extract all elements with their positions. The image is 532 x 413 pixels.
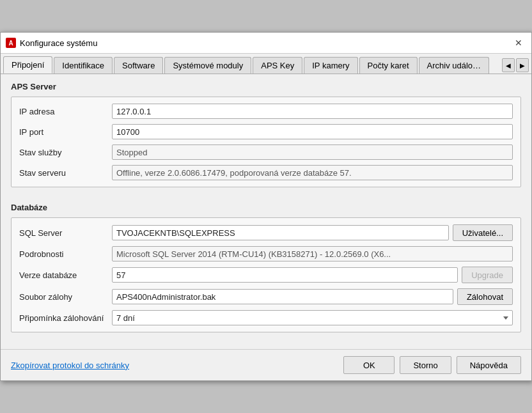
tab-pocty-karet[interactable]: Počty karet bbox=[359, 57, 418, 74]
tab-bar: Připojení Identifikace Software Systémov… bbox=[1, 54, 531, 74]
tab-next-button[interactable]: ▶ bbox=[516, 58, 529, 72]
stav-sluzby-input bbox=[112, 144, 513, 160]
stav-sluzby-label: Stav služby bbox=[19, 148, 112, 157]
pripominka-label: Připomínka zálohování bbox=[19, 313, 112, 323]
title-bar-left: A Konfigurace systému bbox=[6, 38, 97, 48]
podrobnosti-label: Podrobnosti bbox=[19, 249, 112, 259]
sql-server-input[interactable] bbox=[112, 225, 449, 240]
tab-ip-kamery[interactable]: IP kamery bbox=[304, 57, 357, 74]
zalohovat-button[interactable]: Zálohovat bbox=[457, 288, 513, 305]
ip-adresa-label: IP adresa bbox=[19, 107, 112, 116]
ip-adresa-row: IP adresa bbox=[19, 104, 513, 119]
ip-port-label: IP port bbox=[19, 127, 112, 137]
tab-systemove-moduly[interactable]: Systémové moduly bbox=[164, 57, 251, 74]
tab-navigation: ◀ ▶ bbox=[502, 58, 529, 74]
stav-serveru-row: Stav serveru bbox=[19, 165, 513, 180]
ip-port-row: IP port bbox=[19, 124, 513, 139]
sql-server-label: SQL Server bbox=[19, 228, 112, 238]
tab-archiv[interactable]: Archiv událo… bbox=[419, 57, 490, 74]
soubor-zalohy-row: Soubor zálohy Zálohovat bbox=[19, 288, 513, 305]
stav-serveru-label: Stav serveru bbox=[19, 168, 112, 178]
ok-button[interactable]: OK bbox=[343, 356, 395, 374]
tab-aps-key[interactable]: APS Key bbox=[253, 57, 302, 74]
sql-server-row: SQL Server Uživatelé... bbox=[19, 224, 513, 241]
podrobnosti-row: Podrobnosti bbox=[19, 246, 513, 261]
soubor-zalohy-label: Soubor zálohy bbox=[19, 292, 112, 302]
app-icon: A bbox=[6, 38, 16, 48]
close-button[interactable]: ✕ bbox=[511, 36, 526, 49]
verze-databaze-input[interactable] bbox=[112, 267, 458, 283]
storno-button[interactable]: Storno bbox=[400, 356, 451, 374]
verze-databaze-input-group: Upgrade bbox=[112, 267, 513, 283]
databaze-section: Databáze SQL Server Uživatelé... Podrobn… bbox=[11, 203, 521, 332]
stav-sluzby-row: Stav služby bbox=[19, 144, 513, 160]
upgrade-button[interactable]: Upgrade bbox=[462, 267, 513, 283]
tab-pripojeni[interactable]: Připojení bbox=[3, 56, 52, 74]
footer-buttons: OK Storno Nápověda bbox=[343, 356, 521, 374]
aps-server-title: APS Server bbox=[11, 82, 521, 91]
title-bar: A Konfigurace systému ✕ bbox=[1, 33, 531, 54]
tab-identifikace[interactable]: Identifikace bbox=[54, 57, 113, 74]
uzivatele-button[interactable]: Uživatelé... bbox=[453, 224, 513, 241]
ip-adresa-input[interactable] bbox=[112, 104, 513, 119]
copy-protocol-link[interactable]: Zkopírovat protokol do schránky bbox=[11, 361, 129, 370]
databaze-title: Databáze bbox=[11, 203, 521, 212]
footer: Zkopírovat protokol do schránky OK Storn… bbox=[1, 349, 531, 380]
ip-port-input[interactable] bbox=[112, 124, 513, 139]
podrobnosti-input bbox=[112, 246, 513, 261]
soubor-zalohy-input[interactable] bbox=[112, 289, 453, 304]
window-title: Konfigurace systému bbox=[20, 38, 97, 48]
aps-server-box: IP adresa IP port Stav služby Stav serve… bbox=[11, 97, 521, 187]
napoveda-button[interactable]: Nápověda bbox=[457, 356, 521, 374]
pripominka-select[interactable]: 7 dní 1 den 3 dny 14 dní 30 dní bbox=[112, 310, 513, 325]
aps-server-section: APS Server IP adresa IP port Stav služby… bbox=[11, 82, 521, 187]
soubor-zalohy-input-group: Zálohovat bbox=[112, 288, 513, 305]
tab-prev-button[interactable]: ◀ bbox=[502, 58, 515, 72]
pripominka-row: Připomínka zálohování 7 dní 1 den 3 dny … bbox=[19, 310, 513, 325]
verze-databaze-row: Verze databáze Upgrade bbox=[19, 267, 513, 283]
sql-server-input-group: Uživatelé... bbox=[112, 224, 513, 241]
main-window: A Konfigurace systému ✕ Připojení Identi… bbox=[0, 32, 532, 381]
databaze-box: SQL Server Uživatelé... Podrobnosti Verz… bbox=[11, 217, 521, 332]
stav-serveru-input bbox=[112, 165, 513, 180]
verze-databaze-label: Verze databáze bbox=[19, 270, 112, 280]
tab-content: APS Server IP adresa IP port Stav služby… bbox=[1, 74, 531, 349]
tab-software[interactable]: Software bbox=[114, 57, 163, 74]
